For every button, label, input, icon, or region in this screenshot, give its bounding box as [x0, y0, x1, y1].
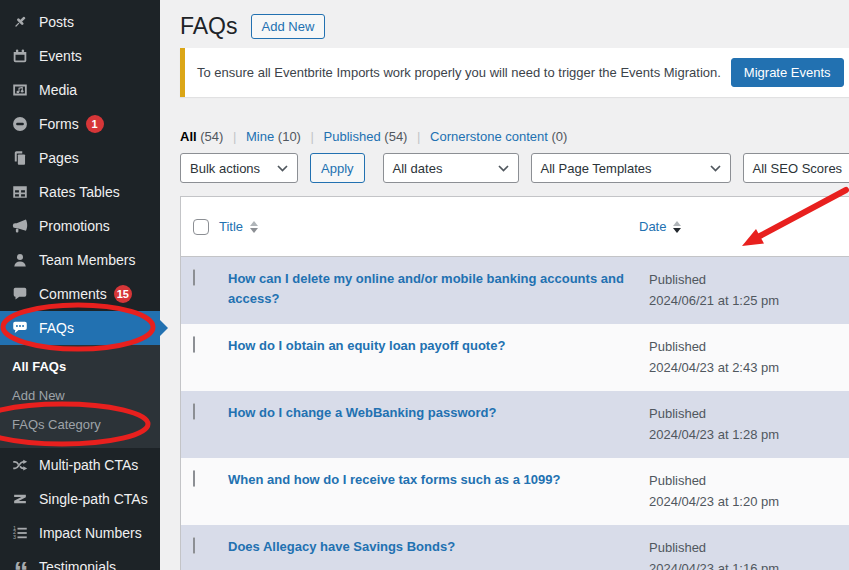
main-content: FAQs Add New To ensure all Eventbrite Im…	[160, 0, 849, 570]
select-all-cell	[181, 219, 219, 235]
status-label: Published	[649, 403, 849, 424]
row-checkbox[interactable]	[193, 336, 195, 353]
faq-title-link[interactable]: Does Allegacy have Savings Bonds?	[228, 539, 455, 554]
sidebar-item-forms[interactable]: Forms 1	[0, 107, 160, 141]
sort-by-date[interactable]: Date	[639, 219, 681, 234]
comments-count-badge: 15	[114, 285, 132, 303]
sidebar-item-testimonials[interactable]: “ Testimonials	[0, 550, 160, 570]
sidebar-item-label: Testimonials	[39, 559, 116, 570]
forms-count-badge: 1	[86, 115, 104, 133]
add-new-button[interactable]: Add New	[251, 14, 326, 39]
sidebar-item-label: Events	[39, 48, 82, 64]
publish-date: 2024/04/23 at 1:20 pm	[649, 491, 849, 512]
sort-arrows-icon	[250, 221, 258, 233]
chat-icon	[10, 318, 30, 338]
status-label: Published	[649, 470, 849, 491]
comment-icon	[10, 284, 30, 304]
sidebar-item-label: Impact Numbers	[39, 525, 142, 541]
sidebar-item-promotions[interactable]: Promotions	[0, 209, 160, 243]
view-mine[interactable]: Mine (10)	[246, 129, 301, 144]
sidebar-item-team-members[interactable]: Team Members	[0, 243, 160, 277]
notice-text: To ensure all Eventbrite Imports work pr…	[197, 65, 721, 80]
submenu-item-add-new[interactable]: Add New	[0, 381, 160, 410]
calendar-icon	[10, 46, 30, 66]
select-all-checkbox[interactable]	[193, 219, 209, 235]
seo-scores-select[interactable]: All SEO Scores	[743, 153, 849, 183]
publish-date: 2024/04/23 at 2:43 pm	[649, 357, 849, 378]
view-published[interactable]: Published (54)	[324, 129, 408, 144]
row-checkbox[interactable]	[193, 537, 195, 554]
shuffle-icon	[10, 455, 30, 475]
sidebar-item-single-path-ctas[interactable]: Single-path CTAs	[0, 482, 160, 516]
publish-date: 2024/06/21 at 1:25 pm	[649, 290, 849, 311]
sidebar-item-label: Posts	[39, 14, 74, 30]
chevron-down-icon	[710, 165, 721, 172]
sidebar-item-label: Rates Tables	[39, 184, 120, 200]
all-dates-select[interactable]: All dates	[383, 153, 519, 183]
sidebar-item-label: Promotions	[39, 218, 110, 234]
date-column-header: Date	[639, 219, 849, 234]
sort-arrows-icon	[673, 221, 681, 233]
view-all[interactable]: All (54)	[180, 129, 223, 144]
faq-title-link[interactable]: How can I delete my online and/or mobile…	[228, 271, 624, 306]
view-separator: |	[233, 129, 236, 144]
status-label: Published	[649, 336, 849, 357]
chevron-down-icon	[277, 165, 288, 172]
sidebar-item-label: Pages	[39, 150, 79, 166]
apply-button[interactable]: Apply	[310, 153, 365, 183]
sidebar-item-impact-numbers[interactable]: 123 Impact Numbers	[0, 516, 160, 550]
publish-date: 2024/04/23 at 1:16 pm	[649, 558, 849, 570]
megaphone-icon	[10, 216, 30, 236]
forms-icon	[10, 114, 30, 134]
faq-title-link[interactable]: When and how do I receive tax forms such…	[228, 472, 560, 487]
chevron-down-icon	[498, 165, 509, 172]
page-title: FAQs	[180, 13, 238, 40]
sidebar-item-media[interactable]: Media	[0, 73, 160, 107]
sidebar-item-events[interactable]: Events	[0, 39, 160, 73]
table-row: When and how do I receive tax forms such…	[181, 458, 849, 525]
bulk-actions-select[interactable]: Bulk actions	[180, 153, 298, 183]
events-migration-notice: To ensure all Eventbrite Imports work pr…	[180, 48, 849, 97]
sidebar-item-multi-path-ctas[interactable]: Multi-path CTAs	[0, 448, 160, 482]
faqs-submenu: All FAQs Add New FAQs Category	[0, 345, 160, 448]
row-checkbox[interactable]	[193, 470, 195, 487]
table-row: How can I delete my online and/or mobile…	[181, 257, 849, 324]
view-filter-links: All (54) | Mine (10) | Published (54) | …	[180, 129, 849, 144]
svg-text:3: 3	[13, 534, 16, 540]
row-checkbox[interactable]	[193, 269, 195, 286]
title-column-header: Title	[219, 219, 639, 234]
list-toolbar: Bulk actions Apply All dates All Page Te…	[180, 153, 849, 183]
sidebar-item-label: Team Members	[39, 252, 135, 268]
sidebar-item-label: Comments	[39, 286, 107, 302]
ordered-list-icon: 123	[10, 523, 30, 543]
view-separator: |	[311, 129, 314, 144]
sidebar-item-label: Single-path CTAs	[39, 491, 148, 507]
media-icon	[10, 80, 30, 100]
sidebar-item-pages[interactable]: Pages	[0, 141, 160, 175]
sidebar-item-rates-tables[interactable]: Rates Tables	[0, 175, 160, 209]
submenu-item-faqs-category[interactable]: FAQs Category	[0, 410, 160, 439]
table-header-row: Title Date	[181, 197, 849, 257]
view-cornerstone-content[interactable]: Cornerstone content (0)	[430, 129, 567, 144]
faq-title-link[interactable]: How do I change a WebBanking password?	[228, 405, 496, 420]
sidebar-item-label: FAQs	[39, 320, 74, 336]
sidebar-item-comments[interactable]: Comments 15	[0, 277, 160, 311]
sidebar-item-posts[interactable]: Posts	[0, 5, 160, 39]
faq-title-link[interactable]: How do I obtain an equity loan payoff qu…	[228, 338, 505, 353]
migrate-events-button[interactable]: Migrate Events	[731, 58, 844, 87]
page-templates-select[interactable]: All Page Templates	[531, 153, 731, 183]
user-icon	[10, 250, 30, 270]
sidebar-item-label: Media	[39, 82, 77, 98]
sidebar-item-faqs[interactable]: FAQs	[0, 311, 160, 345]
faqs-list-table: Title Date How can I delete my online an…	[180, 196, 849, 570]
zigzag-icon	[10, 489, 30, 509]
submenu-item-all-faqs[interactable]: All FAQs	[0, 352, 160, 381]
row-checkbox[interactable]	[193, 403, 195, 420]
status-label: Published	[649, 269, 849, 290]
wordpress-admin-screen: Posts Events Media Forms 1 Pages	[0, 0, 849, 570]
admin-sidebar: Posts Events Media Forms 1 Pages	[0, 0, 160, 570]
table-icon	[10, 182, 30, 202]
sidebar-item-label: Multi-path CTAs	[39, 457, 138, 473]
status-label: Published	[649, 537, 849, 558]
sort-by-title[interactable]: Title	[219, 219, 258, 234]
